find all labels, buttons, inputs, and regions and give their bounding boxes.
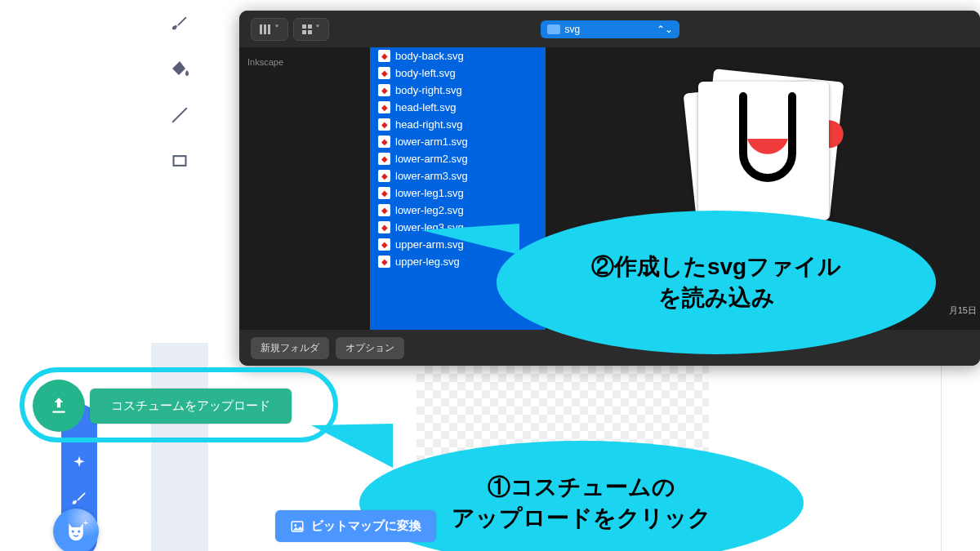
file-name: lower-leg2.svg <box>395 204 464 216</box>
file-row[interactable]: ◆body-right.svg <box>370 82 546 99</box>
file-name: body-left.svg <box>395 67 456 79</box>
rect-icon <box>172 153 188 169</box>
fill-tool[interactable] <box>167 57 192 82</box>
folder-icon <box>547 24 560 34</box>
svg-file-icon: ◆ <box>378 50 390 62</box>
brush-icon <box>71 491 87 507</box>
convert-to-bitmap-button[interactable]: ビットマップに変換 <box>275 510 436 542</box>
file-row[interactable]: ◆lower-arm1.svg <box>370 133 546 150</box>
fill-icon <box>170 60 189 79</box>
svg-file-icon: ◆ <box>378 187 390 199</box>
svg-rect-3 <box>268 24 270 34</box>
line-tool[interactable] <box>167 103 192 127</box>
file-dialog-toolbar: ˅ ˅ svg ⌃⌄ <box>239 11 980 47</box>
svg-file-icon: ◆ <box>378 101 390 113</box>
path-dropdown[interactable]: svg ⌃⌄ <box>541 20 679 38</box>
file-row[interactable]: ◆head-right.svg <box>370 116 546 133</box>
annotation-text: ①コスチュームの <box>452 472 711 503</box>
chevron-up-down-icon: ⌃⌄ <box>657 24 673 35</box>
columns-view-icon[interactable]: ˅ <box>252 19 287 40</box>
preview-svg-icon <box>698 82 829 220</box>
add-costume-fab[interactable]: + <box>53 509 99 551</box>
grid-view-icon[interactable]: ˅ <box>294 19 328 40</box>
file-name: upper-leg.svg <box>395 256 460 268</box>
svg-file-icon: ◆ <box>378 221 390 233</box>
brush-icon <box>171 15 189 33</box>
file-name: body-right.svg <box>395 84 462 96</box>
chevron-down-icon: ˅ <box>315 24 320 35</box>
svg-text:+: + <box>83 519 88 527</box>
annotation-bubble-tail <box>421 224 519 255</box>
chevron-down-icon: ˅ <box>274 24 279 35</box>
brush-tool[interactable] <box>167 11 192 36</box>
svg-file-icon: ◆ <box>378 204 390 216</box>
svg-rect-6 <box>302 30 306 34</box>
file-name: head-right.svg <box>395 118 462 131</box>
file-name: lower-arm1.svg <box>395 136 468 148</box>
view-mode-segment[interactable]: ˅ <box>251 18 288 41</box>
svg-file-icon: ◆ <box>378 170 390 182</box>
file-dialog-sidebar: Inkscape <box>239 47 370 330</box>
svg-point-10 <box>78 530 80 532</box>
file-row[interactable]: ◆lower-arm3.svg <box>370 167 546 184</box>
file-name: lower-leg1.svg <box>395 187 464 199</box>
annotation-text: アップロードをクリック <box>452 503 711 534</box>
right-rail <box>941 362 980 551</box>
line-icon <box>171 106 189 124</box>
upload-costume-button[interactable] <box>33 380 85 432</box>
svg-rect-1 <box>260 24 262 34</box>
svg-rect-5 <box>308 24 312 29</box>
rect-tool[interactable] <box>167 149 192 173</box>
svg-file-icon: ◆ <box>378 84 390 96</box>
annotation-text: ②作成したsvgファイル <box>591 251 841 282</box>
file-row[interactable]: ◆lower-arm2.svg <box>370 150 546 167</box>
svg-file-icon: ◆ <box>378 238 390 251</box>
file-row[interactable]: ◆body-back.svg <box>370 47 546 64</box>
sparkle-icon <box>71 455 87 471</box>
svg-point-9 <box>72 530 74 532</box>
cat-face-icon: + <box>64 519 88 544</box>
upload-icon <box>48 395 69 416</box>
group-mode-segment[interactable]: ˅ <box>293 18 329 41</box>
annotation-bubble-2: ②作成したsvgファイル を読み込み <box>497 211 936 354</box>
svg-file-icon: ◆ <box>378 118 390 131</box>
annotation-bubble-tail <box>311 424 393 468</box>
options-button[interactable]: オプション <box>336 337 404 359</box>
convert-to-bitmap-label: ビットマップに変換 <box>311 518 421 534</box>
svg-rect-4 <box>302 24 306 29</box>
upload-costume-tooltip[interactable]: コスチュームをアップロード <box>90 389 292 424</box>
file-date-fragment: 月15日 <box>949 304 977 317</box>
paint-tool-strip <box>151 0 208 343</box>
surprise-action[interactable] <box>61 445 97 481</box>
new-folder-button[interactable]: 新規フォルダ <box>251 337 329 359</box>
annotation-text: を読み込み <box>591 282 841 313</box>
sidebar-section-label: Inkscape <box>247 57 362 67</box>
svg-file-icon: ◆ <box>378 67 390 79</box>
file-name: body-back.svg <box>395 50 464 62</box>
path-label: svg <box>565 24 581 35</box>
svg-file-icon: ◆ <box>378 256 390 268</box>
file-name: head-left.svg <box>395 101 456 113</box>
image-icon <box>290 519 305 534</box>
upload-costume-group: コスチュームをアップロード <box>33 380 292 432</box>
file-name: lower-arm3.svg <box>395 170 468 182</box>
file-row[interactable]: ◆lower-leg2.svg <box>370 202 546 219</box>
file-name: lower-arm2.svg <box>395 153 468 165</box>
svg-point-13 <box>294 524 296 527</box>
svg-rect-0 <box>174 156 186 166</box>
file-row[interactable]: ◆lower-leg1.svg <box>370 184 546 202</box>
svg-file-icon: ◆ <box>378 153 390 165</box>
svg-rect-7 <box>308 30 312 34</box>
file-row[interactable]: ◆head-left.svg <box>370 99 546 116</box>
file-row[interactable]: ◆body-left.svg <box>370 64 546 82</box>
svg-file-icon: ◆ <box>378 136 390 148</box>
svg-rect-2 <box>264 24 266 34</box>
